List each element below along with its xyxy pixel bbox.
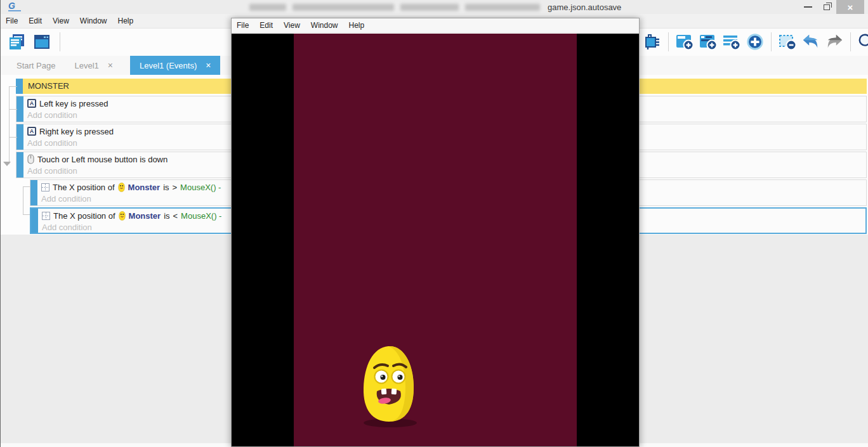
preview-menu-view[interactable]: View xyxy=(284,21,307,30)
tab-close-icon[interactable]: × xyxy=(206,60,211,70)
mouse-icon xyxy=(27,154,34,164)
add-event-icon[interactable] xyxy=(675,32,694,51)
tab-level1-events[interactable]: Level1 (Events) × xyxy=(130,56,221,75)
collapse-arrow-icon[interactable] xyxy=(3,162,11,166)
gdevelop-logo-icon: G xyxy=(8,1,21,11)
tab-label: Start Page xyxy=(16,61,55,70)
blurred-title-segment xyxy=(293,4,394,11)
event-drag-bar[interactable] xyxy=(16,96,23,122)
tree-line xyxy=(23,214,30,215)
menu-view[interactable]: View xyxy=(53,16,76,25)
condition-prefix: The X position of xyxy=(53,183,115,192)
window-title: game.json.autosave xyxy=(249,3,621,12)
expression: MouseX() - xyxy=(180,183,221,192)
position-icon xyxy=(41,183,49,191)
monster-object-icon xyxy=(118,183,125,192)
tree-line xyxy=(9,86,17,87)
event-drag-bar[interactable] xyxy=(16,124,23,150)
tab-label: Level1 xyxy=(74,61,98,70)
operator: < xyxy=(173,211,178,221)
blurred-title-segment xyxy=(465,4,540,11)
toolbar-right-group xyxy=(643,32,868,51)
condition-mid: is xyxy=(164,211,169,221)
expression: MouseX() - xyxy=(181,211,221,221)
gdevelop-window: G game.json.autosave × File Edit View Wi… xyxy=(0,0,868,447)
menu-window[interactable]: Window xyxy=(80,16,114,25)
object-name: Monster xyxy=(129,211,161,221)
undo-icon[interactable] xyxy=(801,32,820,51)
minimize-button[interactable] xyxy=(798,0,817,14)
toolbar-separator xyxy=(668,32,669,51)
minimize-icon xyxy=(804,6,812,8)
add-comment-icon[interactable] xyxy=(722,32,741,51)
search-icon[interactable] xyxy=(857,32,868,51)
blurred-title-segment xyxy=(400,4,459,11)
tree-line xyxy=(23,186,30,187)
condition-mid: is xyxy=(163,183,169,192)
menu-file[interactable]: File xyxy=(6,16,25,25)
preview-menubar: File Edit View Window Help xyxy=(232,18,639,33)
tree-line xyxy=(9,86,10,164)
toolbar-separator xyxy=(850,32,851,51)
preview-menu-file[interactable]: File xyxy=(237,21,256,30)
tree-line xyxy=(9,109,17,110)
position-icon xyxy=(42,212,50,220)
object-name: Monster xyxy=(128,183,161,192)
condition-prefix: The X position of xyxy=(53,211,115,221)
event-drag-bar[interactable] xyxy=(31,209,38,233)
keyboard-key-icon: A xyxy=(27,127,36,136)
comment-text: MONSTER xyxy=(23,79,69,94)
condition-text: Left key is pressed xyxy=(39,99,108,108)
add-new-icon[interactable] xyxy=(746,32,765,51)
event-drag-bar[interactable] xyxy=(16,152,23,178)
tab-label: Level1 (Events) xyxy=(140,61,197,70)
game-preview-window[interactable]: File Edit View Window Help xyxy=(231,18,640,447)
menu-help[interactable]: Help xyxy=(118,16,141,25)
close-button[interactable]: × xyxy=(836,0,864,14)
titlebar: G game.json.autosave × xyxy=(1,0,868,14)
keyboard-key-icon: A xyxy=(27,99,36,108)
toolbar-separator xyxy=(771,32,772,51)
menu-edit[interactable]: Edit xyxy=(29,16,49,25)
game-canvas[interactable] xyxy=(232,34,639,446)
preview-menu-help[interactable]: Help xyxy=(349,21,372,30)
project-manager-icon[interactable] xyxy=(7,32,26,51)
tab-start-page[interactable]: Start Page xyxy=(7,56,65,75)
redo-icon[interactable] xyxy=(825,32,844,51)
tree-line xyxy=(9,137,17,138)
monster-object-icon xyxy=(119,211,126,221)
monster-sprite xyxy=(358,342,419,429)
toolbar-left-group xyxy=(7,32,62,51)
condition-text: Right key is pressed xyxy=(39,127,114,136)
game-scene-background xyxy=(294,34,577,446)
preview-menu-edit[interactable]: Edit xyxy=(260,21,280,30)
add-sub-event-icon[interactable] xyxy=(699,32,718,51)
restore-icon xyxy=(824,4,830,10)
window-title-text: game.json.autosave xyxy=(548,3,621,12)
scene-editor-icon[interactable] xyxy=(32,32,51,51)
window-controls: × xyxy=(798,0,864,14)
debugger-icon[interactable] xyxy=(643,32,662,51)
preview-menu-window[interactable]: Window xyxy=(311,21,345,30)
operator: > xyxy=(173,183,178,192)
remove-event-icon[interactable] xyxy=(778,32,797,51)
blurred-title-segment xyxy=(249,4,286,11)
tree-line xyxy=(23,186,23,214)
event-drag-bar[interactable] xyxy=(30,180,37,205)
tab-close-icon[interactable]: × xyxy=(108,60,113,70)
tab-level1[interactable]: Level1 × xyxy=(65,56,122,75)
toolbar-separator xyxy=(60,32,60,51)
condition-text: Touch or Left mouse button is down xyxy=(37,155,168,164)
restore-button[interactable] xyxy=(817,0,836,14)
